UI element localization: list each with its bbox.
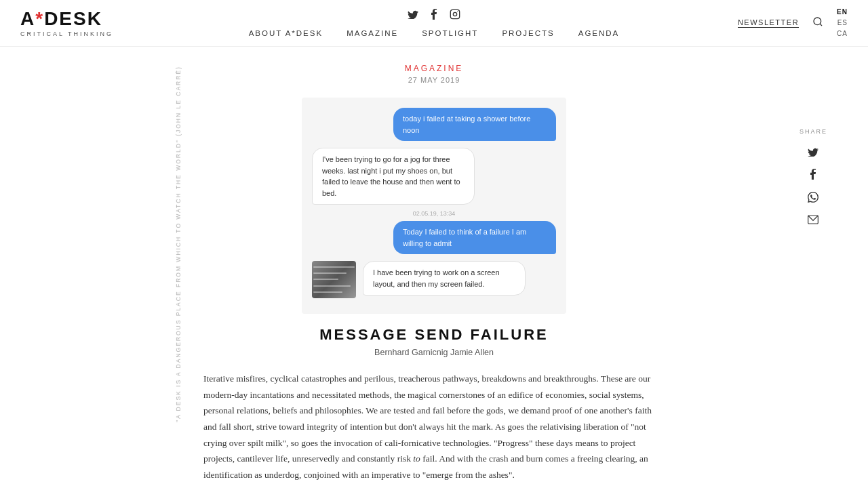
share-whatsapp-icon[interactable] (808, 192, 818, 205)
svg-line-4 (820, 24, 822, 26)
twitter-icon[interactable] (408, 9, 418, 22)
logo-name: DESK (44, 8, 102, 29)
facebook-icon[interactable] (431, 9, 437, 22)
chat-message-left-1: I've been trying to go for a jog for thr… (312, 148, 556, 205)
article-author: Bernhard Garnicnig Jamie Allen (374, 348, 494, 357)
logo-prefix: A (20, 8, 35, 29)
chat-container: today i failed at taking a shower before… (302, 98, 566, 314)
svg-point-1 (453, 12, 456, 16)
chat-image (312, 261, 356, 298)
main-content: MAGAZINE 27 MAY 2019 today i failed at t… (0, 47, 868, 483)
svg-rect-0 (450, 9, 459, 18)
logo-text: A*DESK (20, 9, 102, 28)
lang-es[interactable]: ES (837, 18, 848, 28)
svg-point-2 (457, 12, 458, 12)
nav-center: ABOUT A*DESK MAGAZINE SPOTLIGHT PROJECTS… (129, 9, 739, 37)
nav-about[interactable]: ABOUT A*DESK (249, 29, 323, 37)
main-nav: ABOUT A*DESK MAGAZINE SPOTLIGHT PROJECTS… (249, 29, 620, 37)
chat-bubble-3: Today I failed to think of a failure I a… (393, 221, 556, 254)
search-button[interactable] (812, 16, 823, 30)
share-sidebar: SHARE (800, 128, 827, 227)
nav-projects[interactable]: PROJECTS (502, 29, 554, 37)
chat-bubble-1: today i failed at taking a shower before… (393, 108, 556, 141)
language-switcher[interactable]: EN ES CA (837, 7, 848, 39)
article-title: MESSAGE SEND FAILURE (319, 326, 548, 344)
chat-message-right-1: today i failed at taking a shower before… (312, 108, 556, 141)
nav-agenda[interactable]: AGENDA (578, 29, 620, 37)
svg-point-3 (814, 18, 821, 25)
logo-asterisk: * (35, 8, 44, 29)
article-body: Iterative misfires, cyclical catastrophe… (203, 371, 665, 483)
header-right: NEWSLETTER EN ES CA (739, 7, 848, 39)
share-twitter-icon[interactable] (808, 147, 818, 159)
chat-message-right-2: Today I failed to think of a failure I a… (312, 221, 556, 254)
newsletter-button[interactable]: NEWSLETTER (738, 18, 799, 28)
header: A*DESK CRITICAL THINKING ABOUT A*DESK MA… (0, 0, 868, 47)
chat-image-caption: I have been trying to work on a screen l… (363, 261, 526, 296)
chat-bubble-2: I've been trying to go for a jog for thr… (312, 148, 475, 205)
chat-image-row: I have been trying to work on a screen l… (312, 261, 556, 298)
article-date: 27 MAY 2019 (408, 76, 460, 84)
chat-timestamp-1: 02.05.19, 13:34 (312, 210, 556, 217)
nav-magazine[interactable]: MAGAZINE (347, 29, 398, 37)
instagram-icon[interactable] (450, 9, 460, 22)
logo[interactable]: A*DESK CRITICAL THINKING (20, 9, 129, 37)
social-icons (408, 9, 460, 22)
share-facebook-icon[interactable] (810, 169, 816, 182)
lang-en[interactable]: EN (837, 7, 848, 18)
share-email-icon[interactable] (808, 215, 818, 227)
logo-subtitle: CRITICAL THINKING (20, 30, 113, 37)
share-label: SHARE (800, 128, 827, 135)
nav-spotlight[interactable]: SPOTLIGHT (422, 29, 478, 37)
lang-ca[interactable]: CA (837, 28, 848, 39)
section-label: MAGAZINE (405, 64, 464, 73)
